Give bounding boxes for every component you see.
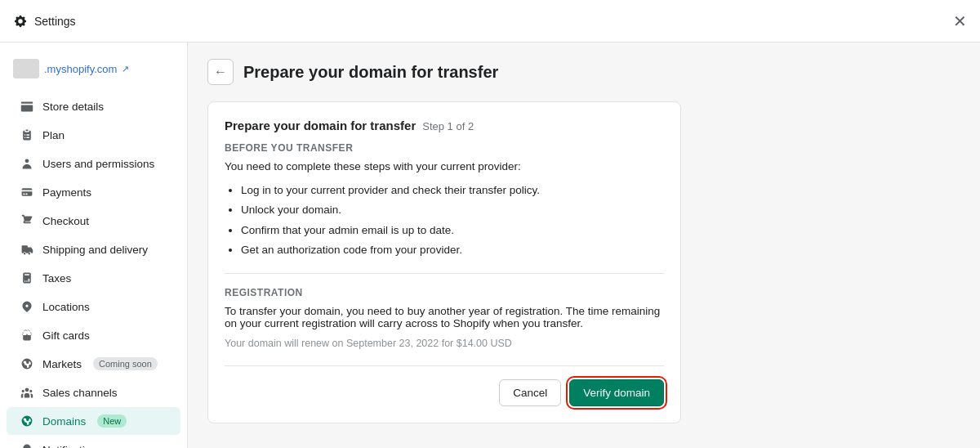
top-bar: Settings ✕ <box>0 0 980 43</box>
nav-label: Notifications <box>42 444 103 449</box>
nav-item-domains[interactable]: Domains New <box>7 407 180 435</box>
domains-icon <box>20 414 34 428</box>
store-icon <box>20 99 34 114</box>
settings-header: Settings <box>13 14 76 29</box>
nav-label: Sales channels <box>42 387 118 399</box>
nav-label: Gift cards <box>42 329 90 342</box>
shipping-icon <box>20 242 34 257</box>
transfer-step-4: Get an authorization code from your prov… <box>241 240 664 260</box>
external-link-icon: ↗ <box>122 64 129 74</box>
store-url-link[interactable]: .myshopify.com <box>44 63 117 75</box>
nav-item-markets[interactable]: Markets Coming soon <box>7 350 180 378</box>
users-icon <box>20 156 34 171</box>
store-avatar <box>13 59 39 78</box>
nav-label: Checkout <box>42 215 89 227</box>
nav-item-locations[interactable]: Locations <box>7 293 180 320</box>
section-divider <box>225 273 664 274</box>
gear-icon <box>13 14 28 29</box>
sales-channels-icon <box>20 385 34 400</box>
page-header: ← Prepare your domain for transfer <box>207 59 960 85</box>
back-button[interactable]: ← <box>207 59 234 85</box>
transfer-card: Prepare your domain for transfer Step 1 … <box>207 101 681 423</box>
nav-item-taxes[interactable]: Taxes <box>7 264 180 292</box>
renewal-note: Your domain will renew on September 23, … <box>225 338 664 349</box>
card-header: Prepare your domain for transfer Step 1 … <box>225 119 664 132</box>
settings-title: Settings <box>34 15 76 28</box>
nav-item-shipping[interactable]: Shipping and delivery <box>7 235 180 263</box>
main-layout: .myshopify.com ↗ Store details Plan User… <box>0 43 980 448</box>
taxes-icon <box>20 271 34 285</box>
cancel-button[interactable]: Cancel <box>499 379 561 406</box>
main-content: ← Prepare your domain for transfer Prepa… <box>188 43 980 448</box>
verify-domain-button[interactable]: Verify domain <box>569 379 664 406</box>
nav-label: Payments <box>42 186 91 199</box>
before-transfer-label: BEFORE YOU TRANSFER <box>225 142 664 154</box>
close-button[interactable]: ✕ <box>953 13 967 29</box>
card-title: Prepare your domain for transfer <box>225 119 416 132</box>
store-url[interactable]: .myshopify.com ↗ <box>0 52 187 92</box>
nav-label: Locations <box>42 301 90 313</box>
card-actions: Cancel Verify domain <box>225 365 664 406</box>
nav-label: Domains <box>42 415 86 428</box>
nav-item-store-details[interactable]: Store details <box>7 92 180 120</box>
sidebar: .myshopify.com ↗ Store details Plan User… <box>0 43 188 448</box>
markets-icon <box>20 356 34 371</box>
location-icon <box>20 299 34 314</box>
nav-label: Plan <box>42 129 65 141</box>
nav-item-plan[interactable]: Plan <box>7 121 180 149</box>
nav-item-sales-channels[interactable]: Sales channels <box>7 379 180 406</box>
page-title: Prepare your domain for transfer <box>243 63 498 82</box>
transfer-step-1: Log in to your current provider and chec… <box>241 181 664 200</box>
plan-icon <box>20 128 34 142</box>
nav-item-payments[interactable]: Payments <box>7 178 180 206</box>
transfer-step-2: Unlock your domain. <box>241 200 664 220</box>
transfer-steps-list: Log in to your current provider and chec… <box>225 181 664 260</box>
registration-text: To transfer your domain, you need to buy… <box>225 305 664 329</box>
before-transfer-intro: You need to complete these steps with yo… <box>225 160 664 172</box>
nav-label: Markets <box>42 358 82 370</box>
nav-label: Users and permissions <box>42 158 154 170</box>
payments-icon <box>20 185 34 199</box>
transfer-step-3: Confirm that your admin email is up to d… <box>241 221 664 240</box>
nav-label: Taxes <box>42 272 71 284</box>
nav-item-users[interactable]: Users and permissions <box>7 150 180 177</box>
nav-label: Store details <box>42 101 104 113</box>
card-step: Step 1 of 2 <box>422 120 474 132</box>
registration-label: REGISTRATION <box>225 287 664 298</box>
gift-icon <box>20 328 34 343</box>
new-badge: New <box>97 414 127 428</box>
nav-item-gift-cards[interactable]: Gift cards <box>7 321 180 349</box>
nav-item-checkout[interactable]: Checkout <box>7 207 180 235</box>
coming-soon-badge: Coming soon <box>93 357 158 370</box>
nav-item-notifications[interactable]: Notifications <box>7 436 180 448</box>
nav-label: Shipping and delivery <box>42 244 148 256</box>
checkout-icon <box>20 213 34 228</box>
notifications-icon <box>20 442 34 448</box>
